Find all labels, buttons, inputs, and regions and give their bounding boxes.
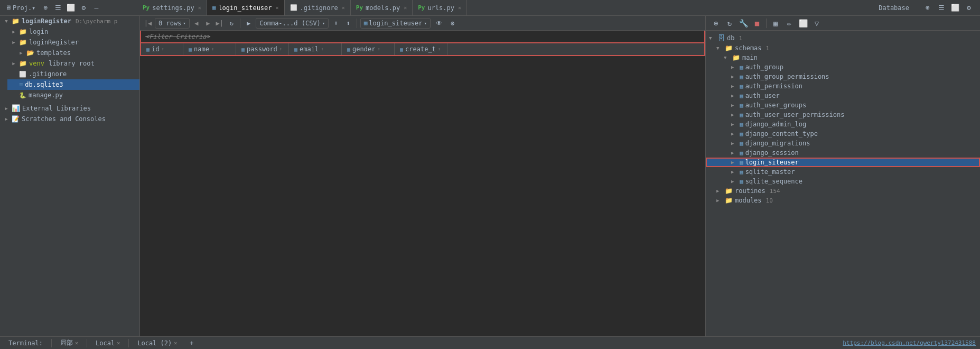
tab-models[interactable]: Py models.py ✕ (351, 0, 413, 15)
db-item-django-migrations[interactable]: ▶ ▦ django_migrations (706, 139, 980, 148)
tab-close[interactable]: ✕ (198, 5, 201, 11)
db-sync-btn[interactable]: ↻ (724, 17, 735, 29)
tab-close[interactable]: ✕ (458, 5, 461, 11)
list-tabs-btn[interactable]: ☰ (52, 2, 64, 14)
project-dropdown[interactable]: 🖥 Proj.▾ (2, 3, 39, 13)
db-item-auth-group[interactable]: ▶ ▦ auth_group (706, 62, 980, 72)
sidebar-item-venv[interactable]: ▶ 📁 venv library root (7, 58, 139, 69)
db-list-btn[interactable]: ☰ (936, 2, 947, 14)
col-header-create-t[interactable]: ▦ create_t ⬆ (395, 43, 447, 55)
col-header-id[interactable]: ▦ id ⬆ (141, 43, 183, 55)
db-item-django-content-type[interactable]: ▶ ▦ django_content_type (706, 129, 980, 139)
db-item-main[interactable]: ▼ 📁 main (706, 53, 980, 62)
sort-icon: ⬆ (377, 47, 380, 52)
tab-close[interactable]: ✕ (404, 5, 407, 11)
tab-urls[interactable]: Py urls.py ✕ (413, 0, 467, 15)
db-view-btn[interactable]: ⬜ (797, 17, 809, 29)
tab-gitignore[interactable]: ⬜ .gitignore ✕ (285, 0, 351, 15)
col-header-email[interactable]: ▦ email ⬆ (289, 43, 342, 55)
col-header-gender[interactable]: ▦ gender ⬆ (342, 43, 395, 55)
db-filter-btn[interactable]: ▽ (811, 17, 823, 29)
url-link[interactable]: https://blog.csdn.net/qwerty1372431588 (843, 339, 976, 346)
db-item-login-siteuser[interactable]: ▶ ▦ login_siteuser (706, 158, 980, 167)
export-btn[interactable]: ⬆ (343, 19, 353, 28)
import-btn[interactable]: ⬇ (331, 19, 341, 28)
db-item-auth-user-user-perm[interactable]: ▶ ▦ auth_user_user_permissions (706, 110, 980, 120)
sidebar-item-loginregister[interactable]: ▶ 📁 loginRegister (7, 37, 139, 48)
add-tab-btn[interactable]: ⊕ (40, 2, 51, 14)
db-settings-btn[interactable]: ⚙ (963, 2, 975, 14)
py-icon: Py (356, 4, 363, 11)
db-add-connection-btn[interactable]: ⊕ (710, 17, 722, 29)
db-item-routines[interactable]: ▶ 📁 routines 154 (706, 186, 980, 196)
db-item-auth-user[interactable]: ▶ ▦ auth_user (706, 91, 980, 100)
gear-data-btn[interactable]: ⚙ (447, 19, 458, 28)
db-edit-btn[interactable]: ✏ (783, 17, 795, 29)
sidebar-item-scratches[interactable]: ▶ 📝 Scratches and Consoles (0, 114, 139, 124)
refresh-btn[interactable]: ↻ (227, 19, 237, 28)
sidebar-item-extlibs[interactable]: ▶ 📊 External Libraries (0, 103, 139, 114)
bottom-tab-terminal[interactable]: Terminal: (4, 338, 47, 348)
bottom-tab-local3[interactable]: Local (2) ✕ (133, 338, 181, 348)
minus-btn[interactable]: — (90, 2, 102, 14)
db-properties-btn[interactable]: 🔧 (738, 17, 749, 29)
db-item-schemas[interactable]: ▼ 📁 schemas 1 (706, 43, 980, 53)
expand-arrow: ▶ (716, 188, 723, 194)
db-split-btn[interactable]: ⬜ (949, 2, 961, 14)
arrow-right-btn[interactable]: ▶ (244, 19, 254, 28)
db-item-sqlite-sequence[interactable]: ▶ ▦ sqlite_sequence (706, 177, 980, 186)
db-item-modules[interactable]: ▶ 📁 modules 10 (706, 196, 980, 205)
settings-btn[interactable]: ⚙ (78, 2, 89, 14)
db-item-auth-group-perm[interactable]: ▶ ▦ auth_group_permissions (706, 72, 980, 81)
db-stop-btn[interactable]: ■ (751, 17, 763, 29)
expand-arrow: ▶ (731, 103, 738, 108)
db-item-sqlite-master[interactable]: ▶ ▦ sqlite_master (706, 167, 980, 177)
db-item-root[interactable]: ▼ 🗄 db 1 (706, 33, 980, 43)
tab-settings[interactable]: Py settings.py ✕ (137, 0, 207, 15)
sep2 (87, 339, 87, 347)
add-terminal-btn[interactable]: + (185, 338, 198, 348)
expand-arrow: ▶ (731, 169, 738, 174)
expand-arrow: ▼ (3, 18, 10, 24)
folder-icon: 📁 (725, 44, 733, 52)
sidebar-item-login[interactable]: ▶ 📁 login (7, 26, 139, 37)
csv-dropdown[interactable]: Comma-...d (CSV) ▾ (256, 18, 329, 29)
main-content: ▼ 📁 loginRegister D:\pycharm p ▶ 📁 login… (0, 16, 980, 336)
split-btn[interactable]: ⬜ (65, 2, 77, 14)
sidebar-item-gitignore[interactable]: ▶ ⬜ .gitignore (7, 69, 139, 79)
tab-close[interactable]: ✕ (342, 5, 345, 11)
col-header-password[interactable]: ▦ password ⬆ (236, 43, 289, 55)
db-add-btn[interactable]: ⊕ (922, 2, 934, 14)
sidebar-item-db[interactable]: ▶ ≡ db.sqlite3 (7, 79, 139, 90)
expand-arrow: ▶ (731, 160, 738, 165)
tab-bar-left: 🖥 Proj.▾ ⊕ ☰ ⬜ ⚙ — (0, 0, 137, 15)
col-header-name[interactable]: ▦ name ⬆ (183, 43, 236, 55)
db-item-django-admin-log[interactable]: ▶ ▦ django_admin_log (706, 120, 980, 129)
sidebar-root[interactable]: ▼ 📁 loginRegister D:\pycharm p (0, 16, 139, 26)
tab-login-siteuser[interactable]: ▦ login_siteuser ✕ (207, 0, 285, 15)
nav-last-btn[interactable]: ▶| (215, 19, 225, 28)
table-icon: ▦ (740, 150, 743, 157)
sidebar-item-manage[interactable]: ▶ 🐍 manage.py (7, 90, 139, 100)
db-grid-btn[interactable]: ▦ (770, 17, 781, 29)
db-item-auth-perm[interactable]: ▶ ▦ auth_permission (706, 81, 980, 91)
folder-icon: 📁 (19, 39, 27, 46)
table-name-dropdown[interactable]: ▦ login_siteuser ▾ (360, 18, 431, 29)
sidebar-item-templates[interactable]: ▶ 📂 templates (15, 48, 139, 58)
tab-close[interactable]: ✕ (276, 5, 279, 11)
eye-btn[interactable]: 👁 (433, 19, 445, 28)
filter-bar[interactable]: <Filter Criteria> (140, 31, 705, 43)
expand-arrow: ▶ (716, 198, 723, 203)
db-item-auth-user-groups[interactable]: ▶ ▦ auth_user_groups (706, 100, 980, 110)
expand-arrow: ▶ (731, 150, 738, 155)
table-icon: ▦ (740, 121, 743, 128)
nav-next-btn[interactable]: ▶ (203, 19, 213, 28)
rows-dropdown[interactable]: 0 rows ▾ (155, 18, 190, 29)
bottom-tab-local1[interactable]: 局部 ✕ (56, 337, 82, 348)
nav-first-btn[interactable]: |◀ (143, 19, 153, 28)
db-item-django-session[interactable]: ▶ ▦ django_session (706, 148, 980, 158)
bottom-tab-local2[interactable]: Local ✕ (91, 338, 124, 348)
sort-icon: ⬆ (161, 47, 164, 52)
nav-prev-btn[interactable]: ◀ (192, 19, 201, 28)
sep (240, 19, 240, 28)
